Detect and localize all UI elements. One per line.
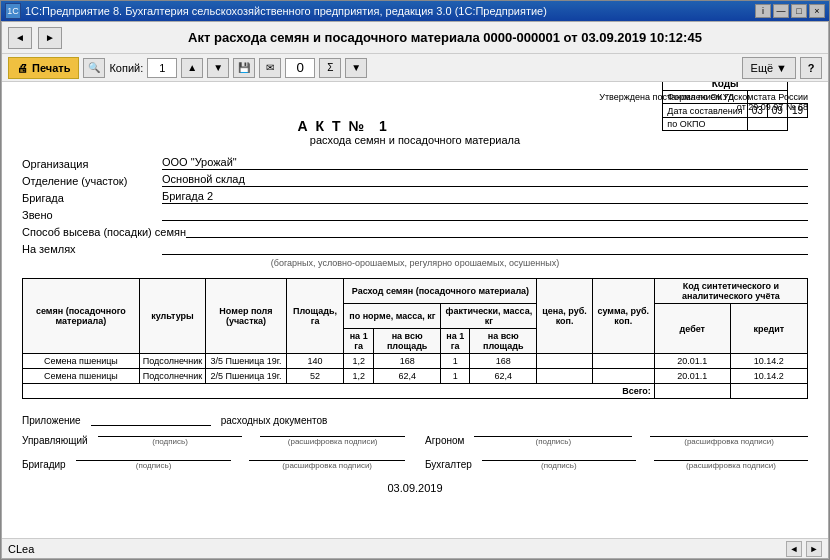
back-button[interactable]: ◄ <box>8 27 32 49</box>
copies-up[interactable]: ▲ <box>181 58 203 78</box>
podpis-label-4: (подпись) <box>482 461 636 470</box>
table-cell: 20.01.1 <box>654 369 730 384</box>
sposob-label: Способ высева (посадки) семян <box>22 226 186 238</box>
date-label: Дата составления <box>663 104 747 118</box>
table-cell: Подсолнечник <box>139 369 206 384</box>
content-area: ◄ ► Акт расхода семян и посадочного мате… <box>1 21 829 559</box>
buhgalter-block: Бухгалтер (подпись) (расшифровка подписи… <box>425 458 808 470</box>
vsego-debet <box>654 384 730 399</box>
th-po-norme: по норме, масса, кг <box>344 304 441 329</box>
rasshifrovka-label-4: (расшифровка подписи) <box>654 461 808 470</box>
vsego-label: Всего: <box>23 384 655 399</box>
th-ploshad: Площадь, га <box>286 279 344 354</box>
zoom-out-btn[interactable]: ◄ <box>786 541 802 557</box>
rasshifrovka-label-1: (расшифровка подписи) <box>260 437 405 446</box>
zoom-in-btn[interactable]: ► <box>806 541 822 557</box>
brigade-value: Бригада 2 <box>162 190 808 204</box>
zveno-value <box>162 207 808 221</box>
dept-label: Отделение (участок) <box>22 175 162 187</box>
table-cell: 168 <box>373 354 440 369</box>
window-title: 1С:Предприятие 8. Бухгалтерия сельскохоз… <box>25 5 755 17</box>
table-cell: 10.14.2 <box>730 369 807 384</box>
th-semyan: семян (посадочного материала) <box>23 279 140 354</box>
org-row: Организация ООО "Урожай" <box>22 156 808 170</box>
sig-row-2: Бригадир (подпись) (расшифровка подписи) <box>22 458 808 470</box>
forward-button[interactable]: ► <box>38 27 62 49</box>
th-fakticheski: фактически, масса, кг <box>441 304 537 329</box>
dept-row: Отделение (участок) Основной склад <box>22 173 808 187</box>
zveno-label: Звено <box>22 209 162 221</box>
table-cell: Семена пшеницы <box>23 369 140 384</box>
sposob-value <box>186 224 808 238</box>
prilozhenie-row: Приложение расходных документов <box>22 415 808 426</box>
podpis-label-1: (подпись) <box>98 437 243 446</box>
esc-button[interactable]: Ещё ▼ <box>742 57 796 79</box>
th-na1ga1: на 1 га <box>344 329 373 354</box>
table-cell: 20.01.1 <box>654 354 730 369</box>
send-button[interactable]: ✉ <box>259 58 281 78</box>
action-toolbar: 🖨 Печать 🔍 Копий: ▲ ▼ 💾 ✉ Σ ▼ Ещё ▼ ? <box>2 54 828 82</box>
nazeml-value <box>162 241 808 255</box>
close-btn[interactable]: × <box>809 4 825 18</box>
info-btn[interactable]: i <box>755 4 771 18</box>
main-window: 1С 1С:Предприятие 8. Бухгалтерия сельско… <box>0 0 830 560</box>
form-fields: Организация ООО "Урожай" Отделение (учас… <box>22 156 808 268</box>
table-cell: Семена пшеницы <box>23 354 140 369</box>
table-cell <box>537 369 592 384</box>
table-cell: 62,4 <box>373 369 440 384</box>
sig-row-1: Управляющий (подпись) (расшифровка подпи… <box>22 434 808 446</box>
table-cell <box>592 354 654 369</box>
minimize-btn[interactable]: — <box>773 4 789 18</box>
th-debet: дебет <box>654 304 730 354</box>
prilozhenie-field <box>91 425 211 426</box>
act-subtitle: расхода семян и посадочного материала <box>22 134 808 146</box>
okpo-label: по ОКПО <box>663 118 747 131</box>
codes-header: Коды <box>663 82 788 91</box>
table-cell: 1 <box>441 369 470 384</box>
brigade-label: Бригада <box>22 192 162 204</box>
th-navsyu1: на всю площадь <box>373 329 440 354</box>
nazeml-note: (богарных, условно-орошаемых, регулярно … <box>22 258 808 268</box>
page-number[interactable] <box>285 58 315 78</box>
zveno-row: Звено <box>22 207 808 221</box>
upravlyayushiy-block: Управляющий (подпись) (расшифровка подпи… <box>22 434 405 446</box>
table-cell: 3/5 Пшеница 19г. <box>206 354 286 369</box>
org-label: Организация <box>22 158 162 170</box>
table-cell: 1 <box>441 354 470 369</box>
brigade-row: Бригада Бригада 2 <box>22 190 808 204</box>
maximize-btn[interactable]: □ <box>791 4 807 18</box>
th-tsena: цена, руб. коп. <box>537 279 592 354</box>
table-cell: Подсолнечник <box>139 354 206 369</box>
copies-down[interactable]: ▼ <box>207 58 229 78</box>
th-navsyu2: на всю площадь <box>470 329 537 354</box>
th-na1ga2: на 1 га <box>441 329 470 354</box>
vsego-kredit <box>730 384 807 399</box>
podpis-label-3: (подпись) <box>76 461 232 470</box>
okpo-value <box>747 118 787 131</box>
signatures-section: Приложение расходных документов Управляю… <box>22 415 808 494</box>
copies-input[interactable] <box>147 58 177 78</box>
sum-button[interactable]: Σ <box>319 58 341 78</box>
save-button[interactable]: 💾 <box>233 58 255 78</box>
table-cell: 168 <box>470 354 537 369</box>
search-button[interactable]: 🔍 <box>83 58 105 78</box>
status-bar-right: ◄ ► <box>786 541 822 557</box>
table-cell <box>537 354 592 369</box>
nav-toolbar: ◄ ► Акт расхода семян и посадочного мате… <box>2 22 828 54</box>
nazeml-row: На землях <box>22 241 808 255</box>
table-row: Семена пшеницыПодсолнечник3/5 Пшеница 19… <box>23 354 808 369</box>
document-title: Акт расхода семян и посадочного материал… <box>68 30 822 45</box>
th-summa: сумма, руб. коп. <box>592 279 654 354</box>
help-button[interactable]: ? <box>800 57 822 79</box>
nazeml-label: На землях <box>22 243 162 255</box>
upravlyayushiy-label: Управляющий <box>22 435 88 446</box>
agronom-block: Агроном (подпись) (расшифровка подписи) <box>425 434 808 446</box>
document-content: Утверждена постановлением Госкомстата Ро… <box>2 82 828 538</box>
table-cell: 62,4 <box>470 369 537 384</box>
rasshifrovka-label-2: (расшифровка подписи) <box>650 437 808 446</box>
bottom-date: 03.09.2019 <box>22 482 808 494</box>
print-button[interactable]: 🖨 Печать <box>8 57 79 79</box>
table-cell: 1,2 <box>344 354 373 369</box>
podpis-label-2: (подпись) <box>474 437 632 446</box>
sum-dropdown[interactable]: ▼ <box>345 58 367 78</box>
